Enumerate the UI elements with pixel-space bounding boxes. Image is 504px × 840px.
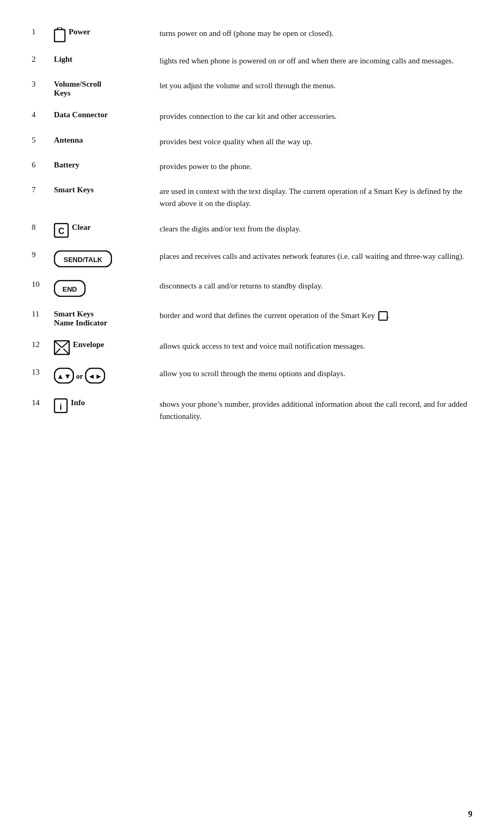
item-label-text: Power [69, 27, 90, 36]
item-label: Power [54, 26, 160, 42]
svg-text:SEND/TALK: SEND/TALK [63, 256, 102, 264]
item-label: Smart KeysName Indicator [54, 309, 160, 328]
item-number: 11 [32, 309, 54, 319]
envelope-icon [54, 340, 70, 355]
svg-text:i: i [60, 403, 62, 412]
list-item: 14 i Info shows your phone’s number, pro… [32, 397, 472, 423]
item-label-text: Smart KeysName Indicator [54, 310, 107, 328]
item-label: C Clear [54, 222, 160, 238]
item-number: 12 [32, 339, 54, 349]
item-label-text: Info [71, 398, 85, 407]
item-label-text: Envelope [73, 340, 104, 349]
list-item: 13 ▲▼ or ◄► allow you to scroll th [32, 367, 472, 386]
item-description: allow you to scroll through the menu opt… [160, 367, 472, 380]
item-label: Battery [54, 160, 160, 170]
power-icon [54, 27, 66, 42]
list-item: 3 Volume/ScrollKeys let you adjust the v… [32, 79, 472, 98]
item-description: turns power on and off (phone may be ope… [160, 26, 472, 40]
smart-key-indicator-box [378, 311, 388, 321]
smart-key-name-indicator-text: border and word that defines the current… [160, 311, 377, 320]
item-description: shows your phone’s number, provides addi… [160, 397, 472, 423]
list-item: 12 Envelope allows quick access to text … [32, 339, 472, 355]
scroll-or-label: or [76, 372, 83, 381]
list-item: 5 Antenna provides best voice quality wh… [32, 135, 472, 148]
item-label-text: Antenna [54, 136, 83, 145]
list-item: 4 Data Connector provides connection to … [32, 109, 472, 123]
item-description: let you adjust the volume and scroll thr… [160, 79, 472, 92]
list-item: 7 Smart Keys are used in context with th… [32, 184, 472, 210]
item-number: 7 [32, 184, 54, 194]
item-label-text: Smart Keys [54, 185, 94, 194]
item-number: 9 [32, 249, 54, 259]
scroll-icons: ▲▼ or ◄► [54, 368, 105, 386]
svg-rect-2 [58, 27, 62, 30]
item-label: Smart Keys [54, 184, 160, 194]
item-label: ▲▼ or ◄► [54, 367, 160, 386]
item-description: places and receives calls and activates … [160, 249, 472, 263]
item-label: i Info [54, 397, 160, 413]
item-number: 4 [32, 109, 54, 119]
list-item: 1 Power turns power on and off (phone ma… [32, 26, 472, 42]
list-item: 2 Light lights red when phone is powered… [32, 54, 472, 67]
item-number: 14 [32, 397, 54, 407]
item-number: 5 [32, 135, 54, 145]
item-description: provides best voice quality when all the… [160, 135, 472, 148]
scroll-right-icon: ◄► [85, 368, 105, 386]
item-number: 2 [32, 54, 54, 64]
item-label-text: Light [54, 55, 72, 64]
item-number: 10 [32, 279, 54, 289]
scroll-left-icon: ▲▼ [54, 368, 74, 386]
item-description: lights red when phone is powered on or o… [160, 54, 472, 67]
svg-text:▲▼: ▲▼ [57, 372, 71, 380]
period: . [388, 311, 390, 320]
item-number: 13 [32, 367, 54, 377]
item-description: disconnects a call and/or returns to sta… [160, 279, 472, 292]
svg-text:END: END [62, 285, 77, 293]
item-label: END [54, 279, 160, 297]
item-description: allows quick access to text and voice ma… [160, 339, 472, 352]
page-content: 1 Power turns power on and off (phone ma… [0, 0, 504, 477]
item-description: border and word that defines the current… [160, 309, 472, 322]
svg-text:C: C [58, 227, 64, 236]
item-label-text: Volume/ScrollKeys [54, 80, 101, 98]
list-item: 11 Smart KeysName Indicator border and w… [32, 309, 472, 328]
item-label: SEND/TALK [54, 249, 160, 267]
item-label-text: Data Connector [54, 110, 108, 119]
page-number: 9 [468, 809, 472, 819]
svg-rect-0 [54, 30, 65, 42]
item-number: 1 [32, 26, 54, 36]
item-label-text: Battery [54, 161, 79, 170]
item-description: provides connection to the car kit and o… [160, 109, 472, 123]
item-number: 8 [32, 222, 54, 232]
item-label: Data Connector [54, 109, 160, 119]
item-description: are used in context with the text displa… [160, 184, 472, 210]
sendtalk-icon: SEND/TALK [54, 250, 112, 267]
item-label-text: Clear [72, 223, 91, 232]
item-description: provides power to the phone. [160, 160, 472, 173]
svg-text:◄►: ◄► [88, 372, 102, 380]
end-icon: END [54, 280, 86, 297]
item-label: Envelope [54, 339, 160, 355]
item-label: Volume/ScrollKeys [54, 79, 160, 98]
list-item: 9 SEND/TALK places and receives calls an… [32, 249, 472, 267]
item-label: Light [54, 54, 160, 64]
item-number: 3 [32, 79, 54, 89]
list-item: 6 Battery provides power to the phone. [32, 160, 472, 173]
item-number: 6 [32, 160, 54, 170]
info-icon: i [54, 398, 68, 413]
list-item: 10 END disconnects a call and/or returns… [32, 279, 472, 297]
item-description: clears the digits and/or text from the d… [160, 222, 472, 235]
item-label: Antenna [54, 135, 160, 145]
list-item: 8 C Clear clears the digits and/or text … [32, 222, 472, 238]
clear-icon: C [54, 223, 69, 238]
